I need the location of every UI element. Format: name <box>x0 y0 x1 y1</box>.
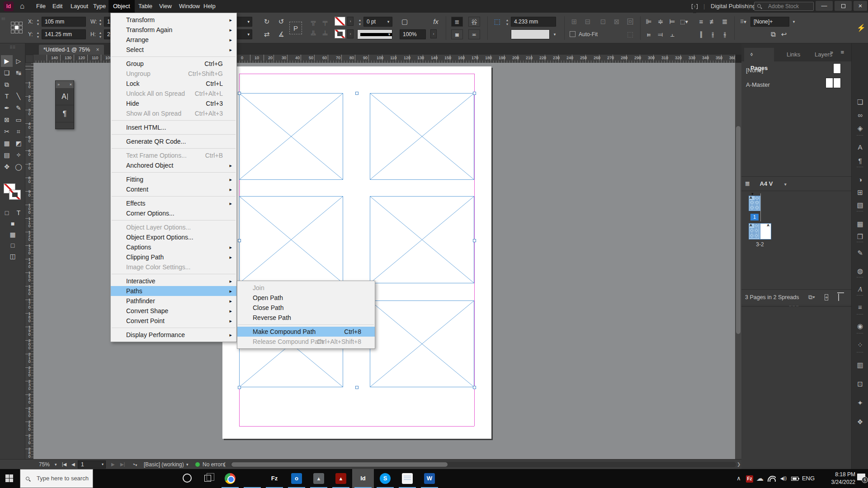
vertical-scrollbar-thumb[interactable] <box>736 126 741 334</box>
rectangle-frame-tool[interactable]: ⊠ <box>1 114 13 126</box>
corner-shape-caret[interactable]: ▾ <box>551 29 559 39</box>
master-none-row[interactable]: [None] <box>746 67 763 74</box>
menu-item-hide[interactable]: HideCtrl+3 <box>111 99 236 108</box>
corner-proxy-icon[interactable]: ⬚ <box>492 17 503 27</box>
volume-icon[interactable]: ◀)) <box>778 469 789 488</box>
stroke-weight-caret[interactable]: ▾ <box>384 17 392 27</box>
size-caret-icon[interactable]: ▾ <box>784 182 787 187</box>
links-panel-icon[interactable]: ∞ <box>852 110 868 121</box>
menu-item-arrange[interactable]: Arrange▸ <box>111 35 236 45</box>
taskbar-chrome-icon[interactable] <box>219 469 241 488</box>
panel-close-icon[interactable]: × <box>70 81 72 88</box>
prev-page-button[interactable]: ◀ <box>71 460 75 469</box>
home-icon[interactable]: ⌂ <box>20 0 24 13</box>
stroke-weight-stepper[interactable]: ▲▼ <box>357 17 363 27</box>
zoom-caret-icon[interactable]: ▾ <box>55 460 57 469</box>
selection-handle[interactable] <box>473 92 476 95</box>
screen-mode-button[interactable]: ◫ <box>1 250 24 261</box>
rotate-ccw-icon[interactable]: ↺ <box>276 17 287 27</box>
distribute-h3-icon[interactable]: ≣ <box>720 17 730 27</box>
swatches-panel-icon[interactable]: ⊞ <box>852 187 868 198</box>
hand-tool[interactable]: ✥ <box>1 161 13 173</box>
content-panel-icon[interactable]: ✎ <box>852 248 868 258</box>
page-tool[interactable]: ❏ <box>1 67 13 79</box>
align-center-icon[interactable]: ≑ <box>656 17 665 27</box>
menu-item-reverse-path[interactable]: Reverse Path <box>237 313 375 323</box>
free-transform-tool[interactable]: ⌗ <box>13 126 24 137</box>
corner-radius-field[interactable]: 4.233 mm <box>511 17 556 27</box>
select-prev-icon[interactable]: ╩ <box>308 29 318 39</box>
menubar-view[interactable]: View <box>155 0 176 13</box>
placeholder-frame-4[interactable] <box>370 196 474 283</box>
taskbar-filezilla-icon[interactable]: Fz <box>264 469 285 488</box>
text-wrap-panel-icon[interactable]: ◉ <box>852 321 868 332</box>
content-collector-tool[interactable]: ⧉ <box>1 79 13 90</box>
tray-chevron-icon[interactable]: ∧ <box>734 469 743 488</box>
align-options-icon[interactable]: ⬚▾ <box>679 17 689 27</box>
h-stepper[interactable]: ▲▼ <box>98 29 103 39</box>
taskbar-photos-icon[interactable]: ▲ <box>308 469 330 488</box>
align-top-icon[interactable]: ⫢ <box>644 29 654 39</box>
start-button[interactable] <box>5 474 13 482</box>
menubar-table[interactable]: Table <box>134 0 157 13</box>
note-tool[interactable]: ▤ <box>1 149 13 161</box>
first-page-button[interactable]: |◀ <box>62 460 66 469</box>
autofit-checkbox[interactable] <box>570 31 576 37</box>
apply-color-button[interactable]: ■ <box>1 218 24 229</box>
tools-panel-grip[interactable]: ⠿⠿ <box>0 45 25 50</box>
menubar-help[interactable]: Help <box>199 0 220 13</box>
flip-horizontal-icon[interactable]: ⇄ <box>261 29 272 39</box>
menu-item-interactive[interactable]: Interactive▸ <box>111 276 236 286</box>
taskbar-indesign-icon[interactable]: Id <box>352 469 374 488</box>
paragraph-styles-panel-icon[interactable]: ¶ <box>852 155 868 166</box>
fast-display-icon[interactable]: ⚡ <box>856 22 866 34</box>
preflight-profile[interactable]: [Basic] (working) <box>144 460 184 469</box>
object-style-proxy-icon[interactable]: ⠿▾ <box>738 17 749 27</box>
no-text-wrap-button[interactable]: ≣ <box>451 17 463 27</box>
adobe-stock-search[interactable]: Adobe Stock <box>754 2 814 11</box>
language-indicator[interactable]: ENG <box>801 469 816 488</box>
tab-links[interactable]: Links <box>780 48 807 61</box>
tray-filezilla-icon[interactable]: Fz <box>745 469 754 488</box>
distribute-v1-icon[interactable]: ∥ <box>696 29 706 39</box>
taskbar-notepad-icon[interactable] <box>396 469 418 488</box>
rotate-cw-icon[interactable]: ↻ <box>261 17 272 27</box>
placeholder-frame-1[interactable] <box>239 93 343 180</box>
publish-online-panel-icon[interactable]: ◍ <box>852 266 868 277</box>
menu-item-captions[interactable]: Captions▸ <box>111 242 236 252</box>
center-content-icon[interactable]: 回 <box>625 17 636 27</box>
master-a-left-thumb[interactable] <box>826 78 833 88</box>
eyedropper-tool[interactable]: ✧ <box>13 149 24 161</box>
fit-content-to-frame-icon[interactable]: ⊠ <box>611 17 622 27</box>
profile-caret-icon[interactable]: ▾ <box>186 460 189 469</box>
horizontal-scrollbar[interactable] <box>231 462 736 467</box>
taskbar-outlook-icon[interactable]: o <box>286 469 307 488</box>
menu-item-lock[interactable]: LockCtrl+L <box>111 79 236 89</box>
close-button[interactable]: × <box>854 1 867 11</box>
delete-page-icon[interactable] <box>838 294 839 301</box>
preflight-icon[interactable]: ◔▾ <box>132 460 137 469</box>
formatting-affects-text[interactable]: T <box>13 207 24 218</box>
transparency-icon[interactable]: ▢ <box>400 17 410 27</box>
stroke-type-caret[interactable]: ▾ <box>385 29 393 39</box>
document-tab[interactable]: *Untitled-1 @ 75% × <box>39 45 104 55</box>
tab-close-icon[interactable]: × <box>96 47 99 53</box>
next-page-button[interactable]: ▶ <box>111 460 115 469</box>
object-style-field[interactable]: [None]+ <box>750 17 789 27</box>
effects-panel-icon[interactable]: ⁘ <box>852 340 868 351</box>
menu-item-generate-qr-code[interactable]: Generate QR Code... <box>111 136 236 146</box>
taskbar-search[interactable]: Type here to search <box>20 469 93 488</box>
x-stepper[interactable]: ▲▼ <box>35 17 41 27</box>
pen-tool[interactable]: ✒ <box>1 102 13 114</box>
fit-frame-to-content-icon[interactable]: ⊡ <box>598 17 609 27</box>
stroke-flyout-button[interactable]: › <box>347 29 354 38</box>
menu-item-clipping-path[interactable]: Clipping Path▸ <box>111 252 236 262</box>
panel-expand-icon[interactable]: » <box>830 49 833 56</box>
w-stepper[interactable]: ▲▼ <box>98 17 103 27</box>
master-a-row[interactable]: A-Master <box>746 81 770 88</box>
apply-gradient-button[interactable]: ▦ <box>1 229 24 239</box>
select-content-icon[interactable]: ╤ <box>320 17 330 27</box>
wifi-icon[interactable] <box>767 469 777 488</box>
restore-button[interactable] <box>835 1 852 11</box>
page-caret-icon[interactable]: ▾ <box>102 461 104 468</box>
